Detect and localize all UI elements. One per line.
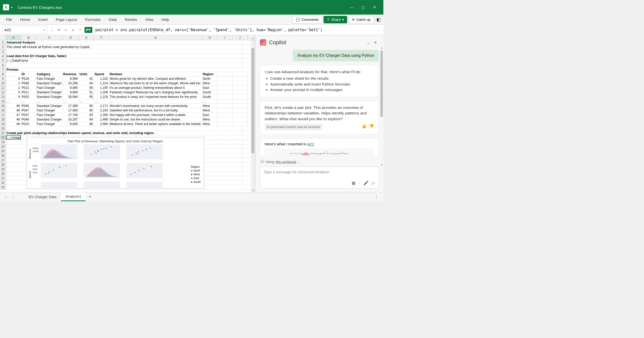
formula-expand-icon[interactable]: ⌄ [376, 28, 381, 31]
table-row[interactable] [6, 126, 255, 131]
table-row[interactable]: …………………… [6, 99, 255, 104]
close-button[interactable]: ✕ [369, 3, 380, 11]
tab-view[interactable]: View [141, 15, 157, 24]
row-header[interactable]: 13 [0, 95, 6, 99]
scroll-up-icon[interactable]: ▴ [251, 36, 255, 40]
row-header[interactable]: 31 [0, 176, 6, 181]
row-header[interactable]: 26 [0, 153, 6, 158]
row-header[interactable]: 32 [0, 181, 6, 185]
row-header[interactable]: 20 [0, 126, 6, 131]
workbook-context-link[interactable]: this workbook [276, 160, 297, 164]
tab-file[interactable]: File [2, 15, 16, 24]
column-header[interactable]: I [217, 35, 232, 40]
column-header[interactable]: F [94, 35, 109, 40]
comments-button[interactable]: 💬 Comments [293, 16, 322, 23]
accept-icon[interactable]: ✓ [63, 27, 69, 33]
tab-insert[interactable]: Insert [34, 15, 52, 24]
microphone-icon[interactable]: 🎤 [364, 181, 369, 185]
column-header[interactable]: E [79, 35, 94, 40]
chevron-down-icon[interactable]: ▾ [44, 28, 45, 31]
vertical-scrollbar[interactable]: ▴ ▾ [251, 40, 255, 192]
tab-home[interactable]: Home [16, 15, 34, 24]
table-row[interactable] [6, 49, 255, 54]
row-header[interactable]: 27 [0, 158, 6, 162]
row-header[interactable]: 14 [0, 99, 6, 104]
column-header[interactable]: B [21, 35, 36, 40]
table-row[interactable] [6, 63, 255, 67]
row-header[interactable]: 10 [0, 81, 6, 86]
workbook-icon[interactable]: ▦ [352, 181, 355, 185]
table-row[interactable]: 4P003Standard Charger26,584551,220This p… [6, 95, 255, 99]
table-row[interactable]: Create pair plots analyzing relationship… [6, 131, 255, 135]
tab-page-layout[interactable]: Page Layout [52, 15, 81, 24]
row-header[interactable]: 9 [0, 76, 6, 81]
row-header[interactable]: 8 [0, 72, 6, 76]
add-sheet-button[interactable]: + [86, 194, 94, 199]
cancel-icon[interactable]: ✕ [56, 27, 62, 33]
copilot-toggle-button[interactable]: ◧ [375, 17, 381, 23]
table-row[interactable]: 3P011Standard Charger9,858511,206Fantast… [6, 90, 255, 95]
formula-input[interactable]: pairplot = sns.pairplot(EVData_df, vars=… [94, 28, 375, 32]
table-row[interactable]: 45P045Standard Charger17,399802,171Would… [6, 104, 255, 108]
row-header[interactable]: 2 [0, 45, 6, 49]
row-header[interactable]: 22 [0, 135, 6, 140]
row-header[interactable]: 4 [0, 54, 6, 58]
table-row[interactable]: This sheet will include all Python code … [6, 45, 255, 49]
copilot-close-icon[interactable]: ✕ [372, 39, 379, 46]
row-header[interactable]: 7 [0, 67, 6, 72]
table-row[interactable]: 2P012Fast Charger8,085561,195It's an ave… [6, 86, 255, 90]
row-header[interactable]: 24 [0, 144, 6, 149]
share-button[interactable]: ⇪ Share ▾ [324, 16, 347, 23]
row-header[interactable]: 23 [0, 140, 6, 144]
copilot-collapse-icon[interactable]: ⌄ [365, 39, 372, 46]
sheet-tab-ev-charger-data[interactable]: EV Charger Data [24, 193, 61, 201]
tab-data[interactable]: Data [105, 15, 121, 24]
table-row[interactable]: 47P037Fast Charger17,740932,285Not happy… [6, 113, 255, 117]
sheet-nav-next[interactable]: › [10, 195, 17, 199]
row-header[interactable]: 33 [0, 185, 6, 190]
row-header[interactable]: 25 [0, 149, 6, 153]
name-box[interactable]: A22 ▾ [2, 26, 47, 34]
tab-review[interactable]: Review [121, 15, 141, 24]
maximize-button[interactable]: ▢ [357, 3, 369, 11]
table-row[interactable]: Advanced Analysis [6, 40, 255, 45]
row-header[interactable]: 19 [0, 122, 6, 126]
table-row[interactable]: 48P049Standard Charger20,257942,469Simpl… [6, 117, 255, 122]
catch-up-button[interactable]: ⟳ Catch up [349, 16, 374, 23]
table-row[interactable]: 49P010Fast Charger8,005562,560Mediocre a… [6, 122, 255, 126]
column-header[interactable]: H [202, 35, 217, 40]
row-header[interactable]: 3 [0, 49, 6, 54]
pairplot-chart[interactable]: Pair Plot of Revenue, Marketing Spend, a… [27, 137, 204, 189]
spreadsheet-grid[interactable]: ABCDEFGHIJ 12345678910111213141516171819… [0, 35, 255, 192]
copilot-scrollbar[interactable]: ▴ ▾ [380, 50, 383, 162]
column-header[interactable]: J [232, 35, 248, 40]
table-row[interactable]: 46P047Fast Charger17,460852,233Satisfied… [6, 108, 255, 113]
row-header[interactable]: 5 [0, 58, 6, 63]
tab-formulas[interactable]: Formulas [81, 15, 105, 24]
chevron-down-icon[interactable]: ▾ [77, 27, 83, 33]
table-row[interactable]: IDCategoryRevenueUnitsSpendReviewsRegion [6, 72, 255, 76]
row-header[interactable]: 16 [0, 108, 6, 113]
table-row[interactable]: Preview [6, 67, 255, 72]
cell-link[interactable]: A22 [307, 142, 314, 146]
column-header[interactable]: C [36, 35, 63, 40]
tab-help[interactable]: Help [157, 15, 173, 24]
table-row[interactable]: 0P018Fast Charger9,568421,310Works great… [6, 76, 255, 81]
row-header[interactable]: 11 [0, 86, 6, 90]
sheet-nav-prev[interactable]: ‹ [3, 195, 10, 199]
row-header[interactable]: 17 [0, 113, 6, 117]
row-header[interactable]: 21 [0, 131, 6, 135]
row-header[interactable]: 28 [0, 162, 6, 167]
sheet-options-icon[interactable]: ⋮ [372, 195, 381, 199]
row-header[interactable]: 29 [0, 167, 6, 172]
scroll-thumb[interactable] [251, 48, 254, 153]
insert-python-icon[interactable]: ↳ [70, 27, 76, 33]
copilot-input[interactable]: Type a message for Advanced Analysis ▦ |… [260, 166, 379, 189]
row-header[interactable]: 12 [0, 90, 6, 95]
row-header[interactable]: 18 [0, 117, 6, 122]
table-row[interactable]: 1P008Standard Charger10,256441,214Hilari… [6, 81, 255, 86]
scroll-thumb[interactable] [380, 50, 383, 117]
minimize-button[interactable]: — [346, 3, 357, 11]
row-header[interactable]: 6 [0, 63, 6, 67]
row-header[interactable]: 1 [0, 40, 6, 45]
